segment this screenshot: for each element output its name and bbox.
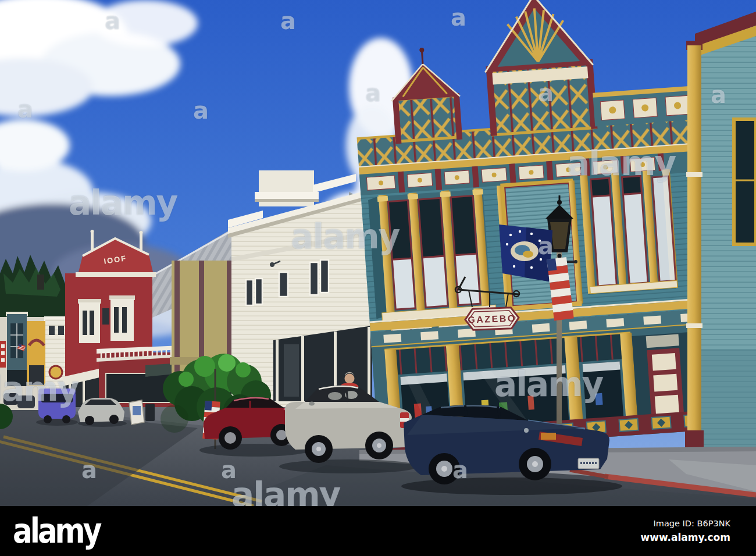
alamy-logo: alamy [13,511,99,551]
alamy-footer-bar: alamy Image ID: B6P3NK www.alamy.com [0,506,756,556]
corner-pilaster [685,41,704,452]
state-flag [499,224,552,281]
purple-minivan [36,389,78,426]
yellow-arch-building [27,321,45,386]
sandwich-board-sign [129,400,144,425]
alamy-url: www.alamy.com [641,532,730,543]
stock-photo-page: IOOF [0,0,756,556]
photo-ferndale-street: IOOF [0,0,756,506]
bay-windows-lace [388,195,480,309]
distant-car [3,393,19,405]
right-bay-window [580,169,678,295]
chimney [37,275,44,290]
image-id-label: Image ID: B6P3NK [641,519,730,528]
photo-illustration: IOOF [0,0,756,506]
teal-tower-building [6,312,28,386]
side-wall [695,12,756,451]
round-shop-sign [49,366,62,379]
trash-bin [145,404,155,421]
right-cornice-band [593,86,696,127]
distant-car [17,395,35,408]
side-window [734,119,756,244]
gazebo-sign-text: GAZEBO [468,313,516,325]
